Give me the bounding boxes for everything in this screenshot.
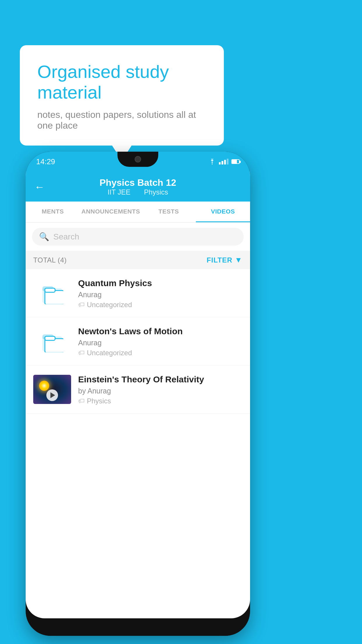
tag-icon: 🏷 bbox=[78, 397, 85, 405]
phone-bottom-bar bbox=[26, 618, 250, 636]
item-thumbnail-placeholder bbox=[33, 327, 71, 356]
svg-point-0 bbox=[212, 164, 213, 165]
tab-announcements[interactable]: ANNOUNCEMENTS bbox=[80, 202, 141, 222]
filter-bar: TOTAL (4) FILTER ▼ bbox=[26, 251, 250, 269]
tag-icon: 🏷 bbox=[78, 349, 85, 357]
list-item[interactable]: Einstein's Theory Of Relativity by Anura… bbox=[26, 365, 250, 414]
subtitle-iitjee: IIT JEE bbox=[108, 188, 130, 196]
item-thumbnail bbox=[33, 375, 71, 404]
item-title: Einstein's Theory Of Relativity bbox=[78, 374, 242, 385]
tag-label: Physics bbox=[87, 397, 111, 405]
item-tag: 🏷 Uncategorized bbox=[78, 301, 242, 309]
battery-icon bbox=[231, 159, 240, 164]
item-tag: 🏷 Uncategorized bbox=[78, 349, 242, 357]
phone-frame: 14:29 bbox=[26, 152, 250, 636]
status-time: 14:29 bbox=[36, 157, 55, 166]
search-icon: 🔍 bbox=[39, 232, 49, 242]
svg-rect-8 bbox=[45, 336, 55, 340]
total-count: TOTAL (4) bbox=[33, 256, 67, 264]
back-button[interactable]: ← bbox=[34, 181, 45, 193]
item-thumbnail-placeholder bbox=[33, 279, 71, 308]
tag-label: Uncategorized bbox=[87, 301, 132, 309]
phone-screen: ← Physics Batch 12 IIT JEE Physics MENTS… bbox=[26, 172, 250, 618]
filter-button[interactable]: FILTER ▼ bbox=[207, 256, 242, 265]
item-author: Anurag bbox=[78, 290, 242, 299]
item-author: Anurag bbox=[78, 339, 242, 347]
search-container: 🔍 Search bbox=[26, 223, 250, 251]
svg-rect-4 bbox=[45, 288, 55, 292]
tag-label: Uncategorized bbox=[87, 349, 132, 357]
item-title: Quantum Physics bbox=[78, 277, 242, 289]
status-bar: 14:29 bbox=[26, 152, 250, 172]
tab-ments[interactable]: MENTS bbox=[26, 202, 80, 222]
search-bar[interactable]: 🔍 Search bbox=[32, 228, 244, 246]
video-list: Quantum Physics Anurag 🏷 Uncategorized bbox=[26, 269, 250, 414]
header-subtitle: IIT JEE Physics bbox=[51, 188, 225, 196]
tab-videos[interactable]: VIDEOS bbox=[196, 202, 250, 222]
search-input[interactable]: Search bbox=[53, 232, 79, 242]
folder-icon bbox=[41, 330, 63, 352]
tag-icon: 🏷 bbox=[78, 301, 85, 309]
filter-label: FILTER bbox=[207, 256, 232, 264]
status-icons bbox=[208, 159, 240, 164]
item-tag: 🏷 Physics bbox=[78, 397, 242, 405]
subtitle-physics: Physics bbox=[144, 188, 168, 196]
signal-icon bbox=[219, 159, 229, 164]
filter-icon: ▼ bbox=[235, 256, 242, 265]
play-button[interactable] bbox=[46, 389, 58, 401]
wifi-icon bbox=[208, 159, 216, 164]
speech-bubble-container: Organised study material notes, question… bbox=[20, 45, 224, 146]
item-info: Newton's Laws of Motion Anurag 🏷 Uncateg… bbox=[78, 326, 242, 357]
tab-tests[interactable]: TESTS bbox=[142, 202, 196, 222]
item-info: Quantum Physics Anurag 🏷 Uncategorized bbox=[78, 277, 242, 309]
list-item[interactable]: Quantum Physics Anurag 🏷 Uncategorized bbox=[26, 269, 250, 317]
front-camera bbox=[135, 156, 141, 162]
speech-bubble-title: Organised study material bbox=[37, 61, 206, 103]
header-title: Physics Batch 12 bbox=[51, 177, 225, 188]
folder-icon bbox=[41, 282, 63, 304]
notch bbox=[117, 152, 158, 167]
speech-bubble-subtitle: notes, question papers, solutions all at… bbox=[37, 109, 206, 131]
play-icon bbox=[50, 392, 55, 398]
item-author: by Anurag bbox=[78, 387, 242, 395]
tabs-bar: MENTS ANNOUNCEMENTS TESTS VIDEOS bbox=[26, 202, 250, 223]
list-item[interactable]: Newton's Laws of Motion Anurag 🏷 Uncateg… bbox=[26, 317, 250, 365]
header-center: Physics Batch 12 IIT JEE Physics bbox=[51, 177, 225, 196]
item-title: Newton's Laws of Motion bbox=[78, 326, 242, 337]
item-info: Einstein's Theory Of Relativity by Anura… bbox=[78, 374, 242, 405]
speech-bubble: Organised study material notes, question… bbox=[20, 45, 224, 146]
app-header: ← Physics Batch 12 IIT JEE Physics bbox=[26, 172, 250, 202]
